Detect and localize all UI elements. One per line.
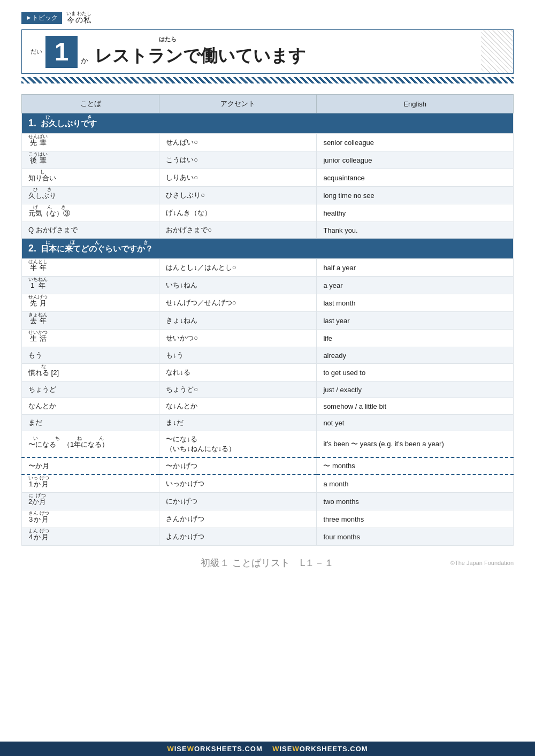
table-row: ちょうどちょうど○just / exactly [22,381,514,398]
diagonal-decoration [481,30,513,73]
ka-label: か [81,56,88,68]
table-row: 久しぶりひさひさしぶり○long time no see [22,187,514,204]
table-row: Q おかげさまでおかげさまで○Thank you. [22,222,514,239]
table-header-row: ことば アクセント English [22,95,514,113]
lesson-number: 1 [45,36,78,68]
table-row: 元気（な）③げんきげ↓んき（な）healthy [22,204,514,222]
table-row: 去年きょねんきょ↓ねんlast year [22,312,514,330]
header-english: English [317,95,514,113]
table-row: 1年いちねんいち↓ねんa year [22,277,514,294]
table-row: 半年はんとしはんとし↓／はんとし○half a year [22,259,514,277]
section-header-1: 1.お久しぶりですひさ [22,113,514,134]
table-row: 4か月よん げつよんか↓げつfour months [22,528,514,546]
topic-tag-label: ►トピック [26,14,58,21]
topic-text: 今の私 いま わたし [66,11,92,25]
table-row: 2か月に げつにか↓げつtwo months [22,493,514,510]
table-row: 慣れる [2]ななれ↓るto get used to [22,364,514,381]
table-row: 知り合いししりあい○acquaintance [22,169,514,187]
topic-bar: ►トピック 今の私 いま わたし [21,11,514,25]
table-row: まだま↓だnot yet [22,415,514,431]
table-row: 生活せいかつせいかつ○life [22,330,514,347]
table-row: 〜か月〜か↓げつ〜 months [22,457,514,475]
footer-copyright: ©The Japan Foundation [450,560,514,566]
table-row: 先輩せんぱいせんぱい○senior colleague [22,134,514,151]
section-header-2: 2.日本に来てどのぐらいですか？にほん き [22,239,514,259]
table-row: 3か月さん げつさんか↓げつthree months [22,510,514,528]
topic-tag: ►トピック [21,12,62,24]
header-accent: アクセント [159,95,317,113]
table-row: なんとかな↓んとかsomehow / a little bit [22,398,514,415]
zigzag-divider [21,77,514,83]
topic-ruby-text: 今の私 いま わたし [66,16,92,24]
header-word: ことば [22,95,159,113]
table-row: 後輩こうはいこうはい○junior colleague [22,151,514,169]
dai-label: だい [30,48,42,56]
lesson-number-block: だい [30,48,42,56]
table-row: もうも↓うalready [22,347,514,364]
table-row: 〜になる （1年になる）いちねん〜にな↓る （いち↓ねんにな↓る）it's be… [22,431,514,458]
table-row: 先月せんげつせ↓んげつ／せんげつ○last month [22,294,514,312]
footer: 初級１ ことばリスト L１－１ ©The Japan Foundation [21,556,514,569]
lesson-header: だい 1 か はたら レストランで働いています [21,29,514,74]
vocabulary-table: ことば アクセント English 1.お久しぶりですひさ先輩せんぱいせんぱい○… [21,94,514,546]
lesson-title: はたら レストランで働いています [95,35,306,68]
footer-title: 初級１ ことばリスト L１－１ [21,556,514,569]
watermark-bar: WISEWORKSHEETS.COM WISEWORKSHEETS.COM [0,742,535,756]
table-row: 1か月いっ げついっか↓げつa month [22,475,514,493]
